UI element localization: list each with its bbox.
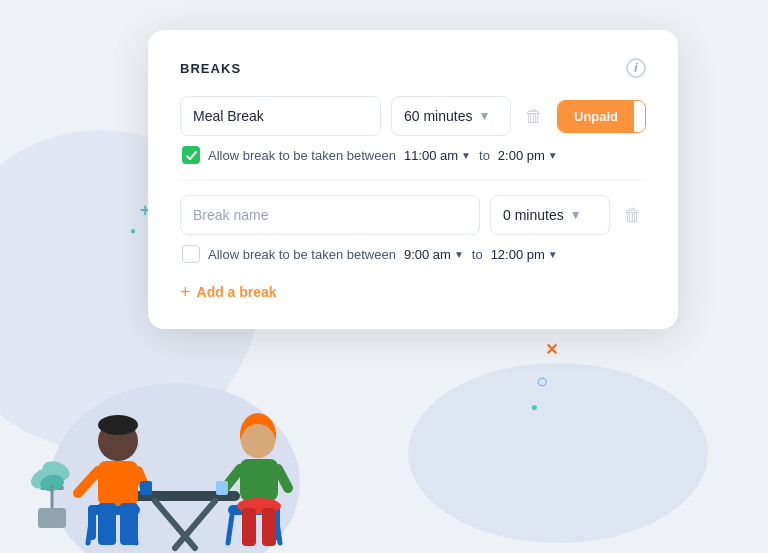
deco-dot-teal: ●	[130, 225, 136, 236]
break-row-1: 60 minutes ▼ 🗑 Unpaid Paid	[180, 96, 646, 136]
break-1-allow-checkbox[interactable]	[182, 146, 200, 164]
break-1-paid-button[interactable]: Paid	[634, 101, 646, 132]
add-break-label: Add a break	[197, 284, 277, 300]
break-1-unpaid-button[interactable]: Unpaid	[558, 101, 634, 132]
break-1-duration-label: 60 minutes	[404, 108, 472, 124]
break-1-allow-label: Allow break to be taken between	[208, 148, 396, 163]
svg-rect-19	[98, 461, 138, 506]
break-row-2: 0 minutes ▼ 🗑	[180, 195, 646, 235]
svg-line-20	[78, 471, 98, 493]
svg-line-7	[155, 501, 195, 548]
break-2-from-caret: ▼	[454, 249, 464, 260]
break-1-pay-toggle: Unpaid Paid	[557, 100, 646, 133]
break-1-name-input[interactable]	[180, 96, 381, 136]
add-icon: +	[180, 283, 191, 301]
break-2-allow-row: Allow break to be taken between 9:00 am …	[180, 245, 646, 263]
break-2-duration-label: 0 minutes	[503, 207, 564, 223]
svg-point-26	[241, 424, 275, 458]
info-icon[interactable]: i	[626, 58, 646, 78]
break-2-to-caret: ▼	[548, 249, 558, 260]
break-1-to-label: to	[479, 148, 490, 163]
break-2-duration-chevron: ▼	[570, 208, 582, 222]
break-1-time-to[interactable]: 2:00 pm ▼	[498, 148, 558, 163]
svg-line-15	[228, 515, 232, 543]
deco-cross-orange: ✕	[545, 340, 558, 359]
add-break-button[interactable]: + Add a break	[180, 279, 277, 305]
break-2-delete-icon[interactable]: 🗑	[620, 201, 646, 230]
svg-rect-0	[38, 508, 66, 528]
card-header: BREAKS i	[180, 58, 646, 78]
break-1-duration-chevron: ▼	[478, 109, 490, 123]
svg-line-8	[175, 501, 215, 548]
svg-line-30	[278, 469, 288, 488]
break-2-duration-select[interactable]: 0 minutes ▼	[490, 195, 610, 235]
blob-decoration-3	[408, 363, 708, 543]
break-1-delete-icon[interactable]: 🗑	[521, 102, 547, 131]
deco-dot-teal2: ●	[531, 400, 538, 414]
break-2-allow-label: Allow break to be taken between	[208, 247, 396, 262]
svg-rect-22	[140, 481, 152, 495]
svg-rect-34	[262, 508, 276, 546]
break-1-allow-row: Allow break to be taken between 11:00 am…	[180, 146, 646, 164]
break-2-allow-checkbox[interactable]	[182, 245, 200, 263]
svg-rect-24	[120, 503, 138, 545]
break-1-duration-select[interactable]: 60 minutes ▼	[391, 96, 511, 136]
svg-rect-27	[240, 459, 278, 501]
deco-dot-blue: ○	[536, 370, 548, 393]
breaks-card: BREAKS i 60 minutes ▼ 🗑 Unpaid Paid Allo…	[148, 30, 678, 329]
svg-rect-29	[216, 481, 228, 495]
break-1-to-caret: ▼	[548, 150, 558, 161]
break-1-from-caret: ▼	[461, 150, 471, 161]
break-1-time-from[interactable]: 11:00 am ▼	[404, 148, 471, 163]
break-divider	[180, 180, 646, 181]
break-2-name-input[interactable]	[180, 195, 480, 235]
break-2-time-to[interactable]: 12:00 pm ▼	[491, 247, 558, 262]
svg-rect-23	[98, 503, 116, 545]
break-2-time-from[interactable]: 9:00 am ▼	[404, 247, 464, 262]
illustration	[10, 323, 380, 553]
svg-rect-33	[242, 508, 256, 546]
break-2-to-label: to	[472, 247, 483, 262]
checkmark-icon	[186, 151, 197, 160]
svg-point-18	[98, 415, 138, 435]
card-title: BREAKS	[180, 61, 241, 76]
